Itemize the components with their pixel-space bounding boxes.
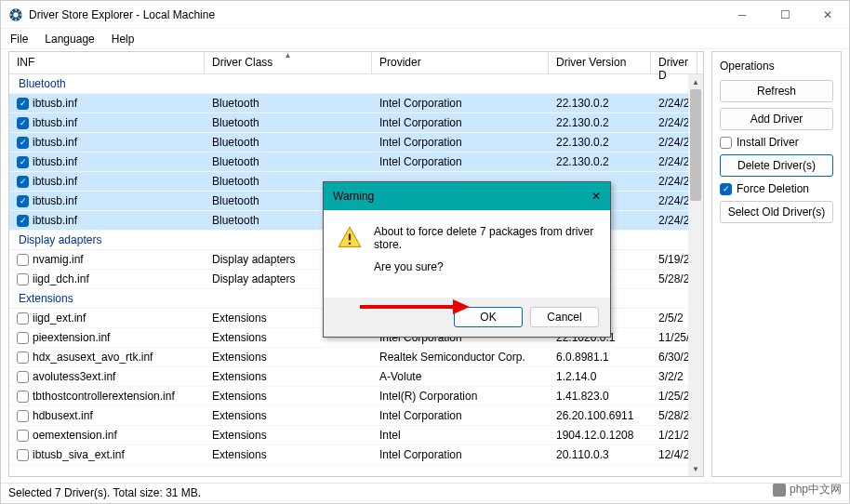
inf-name: ibtusb_siva_ext.inf <box>33 448 125 461</box>
group-header[interactable]: Bluetooth <box>9 74 703 94</box>
menu-help[interactable]: Help <box>112 33 135 46</box>
inf-name: ibtusb.inf <box>33 136 77 149</box>
warning-dialog: Warning ✕ About to force delete 7 packag… <box>323 181 611 338</box>
row-checkbox[interactable] <box>17 137 29 149</box>
select-old-drivers-button[interactable]: Select Old Driver(s) <box>720 201 833 223</box>
dialog-close-icon[interactable]: ✕ <box>591 190 601 203</box>
row-checkbox[interactable] <box>17 195 29 207</box>
cell-provider: A-Volute <box>372 370 549 383</box>
table-row[interactable]: ibtusb.infBluetoothIntel Corporation22.1… <box>9 133 703 153</box>
watermark-logo-icon <box>773 484 786 497</box>
inf-name: hdx_asusext_avo_rtk.inf <box>33 351 153 364</box>
menu-language[interactable]: Language <box>45 33 94 46</box>
table-row[interactable]: ibtusb.infBluetoothIntel Corporation22.1… <box>9 94 703 113</box>
cell-version: 1.2.14.0 <box>549 370 651 383</box>
warning-icon <box>337 225 363 251</box>
app-icon <box>8 7 23 22</box>
ok-button[interactable]: OK <box>454 307 523 327</box>
inf-name: ibtusb.inf <box>33 155 77 168</box>
cell-class: Bluetooth <box>205 155 372 168</box>
close-button[interactable]: ✕ <box>806 1 849 29</box>
inf-name: hdbusext.inf <box>33 409 93 422</box>
svg-point-1 <box>13 12 18 17</box>
install-driver-check[interactable]: Install Driver <box>720 136 833 149</box>
cell-class: Extensions <box>205 409 372 422</box>
table-row[interactable]: avolutess3ext.infExtensionsA-Volute1.2.1… <box>9 367 703 387</box>
row-checkbox[interactable] <box>17 117 29 129</box>
minimize-button[interactable]: ─ <box>721 1 764 29</box>
cell-provider: Intel Corporation <box>372 155 549 168</box>
dialog-message-1: About to force delete 7 packages from dr… <box>374 225 597 251</box>
row-checkbox[interactable] <box>17 371 29 383</box>
row-checkbox[interactable] <box>17 98 29 110</box>
scroll-down-icon[interactable]: ▼ <box>688 461 703 476</box>
watermark: php中文网 <box>773 482 842 497</box>
cell-provider: Intel(R) Corporation <box>372 390 549 403</box>
cell-class: Extensions <box>205 429 372 442</box>
inf-name: ibtusb.inf <box>33 116 77 129</box>
inf-name: oemextension.inf <box>33 429 117 442</box>
status-bar: Selected 7 Driver(s). Total size: 31 MB. <box>1 483 849 503</box>
row-checkbox[interactable] <box>17 273 29 285</box>
operations-title: Operations <box>720 60 833 73</box>
menu-file[interactable]: File <box>10 33 28 46</box>
row-checkbox[interactable] <box>17 351 29 364</box>
table-row[interactable]: hdbusext.infExtensionsIntel Corporation2… <box>9 406 703 426</box>
row-checkbox[interactable] <box>17 215 29 227</box>
window-title: Driver Store Explorer - Local Machine <box>29 8 215 21</box>
add-driver-button[interactable]: Add Driver <box>720 108 833 130</box>
svg-rect-2 <box>349 233 351 240</box>
cell-provider: Intel Corporation <box>372 409 549 422</box>
dialog-message-2: Are you sure? <box>374 260 597 273</box>
row-checkbox[interactable] <box>17 176 29 188</box>
row-checkbox[interactable] <box>17 410 29 422</box>
cell-version: 6.0.8981.1 <box>549 351 651 364</box>
row-checkbox[interactable] <box>17 332 29 344</box>
row-checkbox[interactable] <box>17 312 29 325</box>
table-row[interactable]: ibtusb.infBluetoothIntel Corporation22.1… <box>9 113 703 133</box>
inf-name: nvamig.inf <box>33 253 84 266</box>
cancel-button[interactable]: Cancel <box>530 307 599 327</box>
operations-panel: Operations Refresh Add Driver Install Dr… <box>711 51 842 477</box>
table-row[interactable]: ibtusb.infBluetoothIntel Corporation22.1… <box>9 153 703 172</box>
table-row[interactable]: hdx_asusext_avo_rtk.infExtensionsRealtek… <box>9 348 703 367</box>
col-class[interactable]: Driver Class▲ <box>205 52 372 73</box>
column-headers: INF Driver Class▲ Provider Driver Versio… <box>9 52 703 74</box>
cell-version: 1904.12.0.1208 <box>549 429 651 442</box>
refresh-button[interactable]: Refresh <box>720 80 833 102</box>
col-provider[interactable]: Provider <box>372 52 549 73</box>
row-checkbox[interactable] <box>17 156 29 168</box>
inf-name: iigd_dch.inf <box>33 272 89 285</box>
table-row[interactable]: ibtusb_siva_ext.infExtensionsIntel Corpo… <box>9 445 703 465</box>
cell-provider: Intel Corporation <box>372 136 549 149</box>
scroll-up-icon[interactable]: ▲ <box>688 74 703 89</box>
svg-rect-3 <box>349 243 351 245</box>
cell-version: 22.130.0.2 <box>549 97 651 110</box>
maximize-button[interactable]: ☐ <box>764 1 806 29</box>
menu-bar: File Language Help <box>1 29 849 49</box>
cell-provider: Intel Corporation <box>372 97 549 110</box>
col-version[interactable]: Driver Version <box>549 52 651 73</box>
scrollbar[interactable]: ▲ ▼ <box>688 74 703 476</box>
dialog-title: Warning <box>333 190 374 203</box>
inf-name: avolutess3ext.inf <box>33 370 115 383</box>
table-row[interactable]: oemextension.infExtensionsIntel1904.12.0… <box>9 426 703 445</box>
delete-drivers-button[interactable]: Delete Driver(s) <box>720 154 833 177</box>
row-checkbox[interactable] <box>17 430 29 442</box>
col-date[interactable]: Driver D <box>651 52 697 73</box>
cell-provider: Realtek Semiconductor Corp. <box>372 351 549 364</box>
cell-version: 1.41.823.0 <box>549 390 651 403</box>
cell-class: Extensions <box>205 448 372 461</box>
title-bar: Driver Store Explorer - Local Machine ─ … <box>1 1 849 29</box>
inf-name: iigd_ext.inf <box>33 312 86 325</box>
row-checkbox[interactable] <box>17 254 29 266</box>
row-checkbox[interactable] <box>17 391 29 403</box>
row-checkbox[interactable] <box>17 449 29 461</box>
inf-name: pieextension.inf <box>33 331 110 344</box>
force-deletion-check[interactable]: Force Deletion <box>720 182 833 195</box>
inf-name: tbthostcontrollerextension.inf <box>33 390 175 403</box>
scrollbar-thumb[interactable] <box>690 89 701 201</box>
table-row[interactable]: tbthostcontrollerextension.infExtensions… <box>9 387 703 406</box>
cell-version: 20.110.0.3 <box>549 448 651 461</box>
col-inf[interactable]: INF <box>9 52 205 73</box>
